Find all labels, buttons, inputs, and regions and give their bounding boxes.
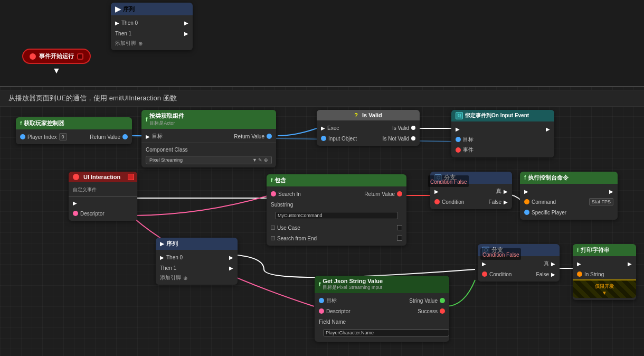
ui-interaction-header: UI Interaction bbox=[69, 172, 137, 182]
execute-command-value[interactable]: Stat FPS bbox=[589, 198, 613, 205]
is-not-valid-label: Is Not Valid bbox=[383, 136, 409, 142]
bind-exec-out: ▶ bbox=[546, 126, 550, 132]
seq-bottom-add-pin[interactable]: 添加引脚 ⊕ bbox=[156, 273, 238, 283]
ui-stop-icon[interactable] bbox=[128, 174, 134, 180]
execute-console-node[interactable]: f 执行控制台命令 ▶ ▶ Command Stat FPS Specific … bbox=[520, 172, 618, 220]
contains-node[interactable]: f 包含 Search In Return Value Substring Us… bbox=[267, 174, 406, 246]
bind-exec-in: ▶ bbox=[456, 126, 460, 132]
branch2-true-out: ▶ bbox=[551, 261, 555, 267]
ui-exec-row: ▶ bbox=[69, 198, 137, 208]
branch1-exec-row: ▶ 真 ▶ bbox=[430, 186, 512, 196]
execute-specific-pin bbox=[524, 210, 529, 215]
get-player-ctrl-title: 获取玩家控制器 bbox=[24, 119, 64, 127]
condition-false-text1: Condition False bbox=[430, 179, 467, 185]
ui-event-icon bbox=[73, 174, 79, 180]
get-json-node[interactable]: f Get Json String Value 目标是Pixel Streami… bbox=[315, 276, 449, 342]
print-string-body: ▶ ▶ In String 仅限开发 ▼ bbox=[573, 256, 636, 300]
get-json-field-name-label-row: Field Name bbox=[315, 316, 449, 327]
contains-return-pin bbox=[397, 191, 402, 196]
branch1-false-label: False bbox=[489, 199, 501, 205]
execute-command-row: Command Stat FPS bbox=[520, 196, 618, 207]
event-exec-out: ▼ bbox=[52, 66, 61, 76]
event-stop-icon[interactable] bbox=[77, 53, 83, 60]
player-index-label: Player Index bbox=[27, 134, 57, 140]
ui-separator bbox=[69, 196, 137, 196]
bind-event-icon: ⛓ bbox=[456, 112, 463, 119]
field-name-input-wrapper bbox=[315, 327, 449, 340]
seq-bottom-then0-label: Then 0 bbox=[166, 255, 227, 260]
search-from-end-checkbox[interactable] bbox=[397, 236, 402, 241]
cast-class-select[interactable]: Pixel Streaming ▼ ✎ ⊕ bbox=[141, 155, 276, 165]
seq-bottom-add-pin-icon: ⊕ bbox=[183, 275, 187, 281]
branch1-true-label: 真 bbox=[496, 188, 501, 195]
get-player-ctrl-body: Player Index 0 Return Value bbox=[16, 129, 132, 144]
get-json-title-row: Get Json String Value 目标是Pixel Streaming… bbox=[323, 278, 383, 291]
is-valid-title: Is Valid bbox=[362, 112, 382, 118]
print-exec-row: ▶ ▶ bbox=[573, 258, 636, 269]
substring-input[interactable] bbox=[275, 212, 398, 219]
sequence-header-bottom: ▶ 序列 bbox=[156, 238, 238, 250]
ui-interaction-node[interactable]: UI Interaction 自定义事件 ▶ Descriptor bbox=[69, 172, 137, 221]
print-dev-only-banner: 仅限开发 ▼ bbox=[573, 279, 636, 298]
contains-return-label: Return Value bbox=[364, 191, 395, 197]
seq-bottom-then0-row: ▶ Then 0 ▶ bbox=[156, 252, 238, 263]
sequence-then1-row: Then 1 ▶ bbox=[111, 28, 193, 39]
is-valid-out-label: Is Valid bbox=[392, 125, 409, 131]
ui-subtitle-row: 自定义事件 bbox=[69, 184, 137, 195]
seq-bottom-exec-icon: ▶ bbox=[160, 255, 164, 260]
get-json-subtitle: 目标是Pixel Streaming Input bbox=[323, 284, 383, 291]
exec-in-top: ▶ bbox=[115, 20, 119, 26]
ui-descriptor-pin bbox=[73, 211, 78, 216]
bind-event-node[interactable]: ⛓ 绑定事件到On Input Event ▶ ▶ 目标 事件 bbox=[451, 110, 554, 157]
add-pin-icon: ⊕ bbox=[138, 41, 143, 46]
get-json-title: Get Json String Value bbox=[323, 278, 383, 284]
get-json-body: 目标 String Value Descriptor Success Field… bbox=[315, 293, 449, 342]
info-bar-text: 从播放器页面到UE的通信，使用 emitUIInteraction 函数 bbox=[8, 93, 177, 103]
contains-body: Search In Return Value Substring Use Cas… bbox=[267, 186, 406, 246]
get-player-controller-node[interactable]: f 获取玩家控制器 Player Index 0 Return Value bbox=[16, 117, 132, 144]
ui-descriptor-row: Descriptor bbox=[69, 208, 137, 219]
use-case-checkbox[interactable] bbox=[397, 225, 402, 230]
event-start-label: 事件开始运行 bbox=[39, 52, 74, 60]
is-valid-node[interactable]: ? Is Valid ▶ Exec Is Valid Input Object … bbox=[317, 110, 420, 146]
info-bar: 从播放器页面到UE的通信，使用 emitUIInteraction 函数 bbox=[0, 90, 644, 107]
execute-func-icon: f bbox=[524, 175, 526, 181]
bind-event-exec-row: ▶ ▶ bbox=[451, 124, 554, 134]
contains-use-case-row: Use Case bbox=[267, 222, 406, 233]
exec-label: Exec bbox=[327, 125, 390, 131]
func-icon: f bbox=[20, 120, 22, 126]
get-json-descriptor-row: Descriptor Success bbox=[315, 306, 449, 316]
sequence-exec-icon: ▶ bbox=[115, 5, 121, 13]
ui-exec-out: ▶ bbox=[73, 200, 77, 206]
chain-icon: ⛓ bbox=[457, 114, 461, 118]
sequence-then0-label: Then 0 bbox=[121, 20, 182, 26]
print-string-node[interactable]: f 打印字符串 ▶ ▶ In String 仅限开发 ▼ bbox=[573, 244, 636, 300]
bind-event-body: ▶ ▶ 目标 事件 bbox=[451, 121, 554, 157]
sequence-add-pin[interactable]: 添加引脚 ⊕ bbox=[111, 39, 193, 48]
sequence-body-top: ▶ Then 0 ▶ Then 1 ▶ 添加引脚 ⊕ bbox=[111, 15, 193, 50]
cast-func-icon: f bbox=[146, 117, 147, 123]
ui-descriptor-label: Descriptor bbox=[80, 211, 105, 217]
field-name-input[interactable] bbox=[323, 329, 449, 336]
contains-search-from-end-pin bbox=[271, 236, 275, 240]
contains-search-row: Search In Return Value bbox=[267, 189, 406, 199]
add-pin-label: 添加引脚 bbox=[115, 40, 136, 47]
exec-then1-out: ▶ bbox=[184, 31, 188, 36]
sequence-node-bottom[interactable]: ▶ 序列 ▶ Then 0 ▶ Then 1 ▶ 添加引脚 ⊕ bbox=[156, 238, 238, 285]
bind-target-label: 目标 bbox=[463, 136, 473, 143]
print-dev-only-label: 仅限开发 bbox=[595, 284, 614, 289]
sequence-title-bottom: 序列 bbox=[166, 240, 178, 248]
get-json-string-value-pin bbox=[440, 298, 445, 303]
execute-command-label: Command bbox=[532, 199, 587, 205]
bind-event-title: 绑定事件到On Input Event bbox=[465, 112, 529, 119]
print-collapse-icon[interactable]: ▼ bbox=[577, 290, 632, 296]
player-index-value[interactable]: 0 bbox=[59, 133, 67, 140]
cast-to-actor-node[interactable]: f 按类获取组件 目标是Actor ▶ 目标 Return Value Comp… bbox=[141, 110, 276, 167]
cast-class-label: Component Class bbox=[146, 147, 187, 153]
sequence-body-bottom: ▶ Then 0 ▶ Then 1 ▶ 添加引脚 ⊕ bbox=[156, 250, 238, 285]
sequence-node-top[interactable]: ▶ 序列 ▶ Then 0 ▶ Then 1 ▶ 添加引脚 ⊕ bbox=[111, 3, 193, 50]
print-func-icon: f bbox=[577, 247, 579, 253]
pixel-streaming-label: Pixel Streaming bbox=[149, 157, 183, 163]
cast-subtitle: 目标是Actor bbox=[149, 120, 184, 127]
event-start-node[interactable]: 事件开始运行 ▼ bbox=[22, 49, 91, 76]
